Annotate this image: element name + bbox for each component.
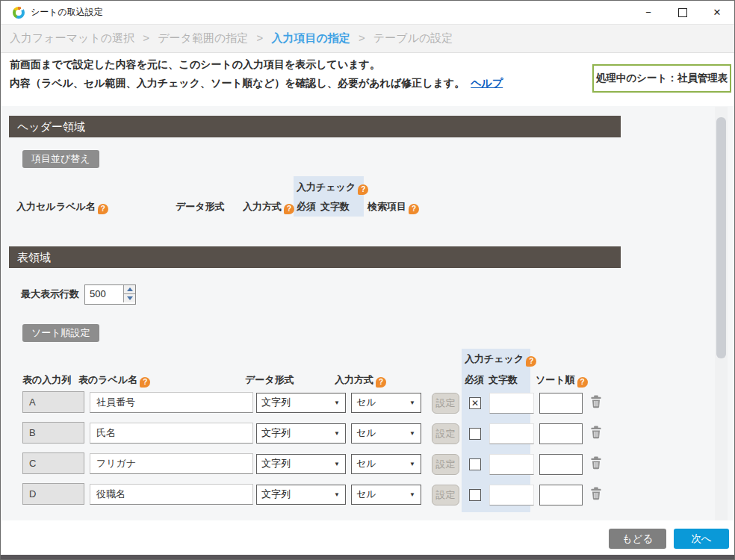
data-format-dropdown[interactable]: 文字列▼ bbox=[256, 393, 346, 413]
breadcrumb-step-format[interactable]: 入力フォーマットの選択 bbox=[10, 31, 134, 44]
help-question-icon[interactable]: ? bbox=[376, 377, 386, 388]
dropdown-value: 文字列 bbox=[261, 424, 291, 442]
header-col-input-method: 入力方式? bbox=[243, 201, 294, 213]
trash-icon[interactable] bbox=[590, 487, 602, 503]
help-link[interactable]: ヘルプ bbox=[471, 77, 503, 89]
scrollbar-thumb[interactable] bbox=[716, 117, 726, 358]
chevron-down-icon: ▼ bbox=[409, 491, 415, 498]
data-format-dropdown[interactable]: 文字列▼ bbox=[256, 423, 346, 444]
header-col-label-name: ラベル名? bbox=[56, 201, 108, 213]
char-count-input[interactable] bbox=[489, 393, 534, 414]
input-method-dropdown[interactable]: セル▼ bbox=[351, 393, 421, 413]
settings-button-disabled: 設定 bbox=[432, 485, 459, 505]
data-format-dropdown[interactable]: 文字列▼ bbox=[256, 485, 346, 505]
stepper-buttons bbox=[123, 285, 135, 302]
sheet-import-settings-window: シートの取込設定 − ✕ 入力フォーマットの選択 > データ範囲の指定 > 入力… bbox=[0, 0, 735, 560]
help-question-icon[interactable]: ? bbox=[98, 204, 108, 214]
minimize-icon: − bbox=[645, 7, 651, 18]
header-col-input-method-text: 入力方式 bbox=[243, 201, 282, 212]
breadcrumb-separator: > bbox=[359, 31, 365, 44]
settings-button-disabled: 設定 bbox=[432, 423, 459, 444]
table-col-label-name-text: 表のラベル名 bbox=[78, 374, 137, 385]
dropdown-value: セル bbox=[356, 393, 376, 411]
table-col-required: 必須 bbox=[465, 374, 484, 386]
chevron-down-icon: ▼ bbox=[409, 399, 415, 406]
column-letter-cell: A bbox=[22, 391, 84, 413]
required-checkbox[interactable] bbox=[469, 428, 481, 440]
stepper-down-icon[interactable] bbox=[124, 294, 135, 302]
trash-icon[interactable] bbox=[590, 395, 602, 411]
input-method-dropdown[interactable]: セル▼ bbox=[351, 485, 421, 505]
back-button[interactable]: もどる bbox=[609, 529, 666, 549]
input-method-dropdown[interactable]: セル▼ bbox=[351, 454, 421, 474]
help-question-icon[interactable]: ? bbox=[358, 184, 368, 195]
max-rows-stepper[interactable]: 500 bbox=[84, 284, 136, 305]
table-col-input-method: 入力方式? bbox=[335, 374, 386, 386]
current-sheet-badge: 処理中のシート：社員管理表 bbox=[592, 64, 731, 93]
next-button[interactable]: 次へ bbox=[674, 529, 729, 549]
header-col-input-check-text: 入力チェック bbox=[297, 181, 356, 193]
header-col-label-name-text: ラベル名 bbox=[56, 201, 96, 212]
header-area-section-title: ヘッダー領域 bbox=[9, 116, 621, 137]
data-format-dropdown[interactable]: 文字列▼ bbox=[256, 454, 346, 474]
breadcrumb-separator: > bbox=[143, 31, 149, 44]
header-col-required: 必須 bbox=[297, 201, 316, 213]
reorder-items-button[interactable]: 項目並び替え bbox=[22, 150, 99, 168]
settings-button-disabled: 設定 bbox=[432, 393, 459, 414]
char-count-input[interactable] bbox=[489, 485, 534, 505]
input-method-dropdown[interactable]: セル▼ bbox=[351, 423, 421, 444]
required-checkbox[interactable] bbox=[469, 458, 481, 470]
chevron-down-icon: ▼ bbox=[409, 461, 415, 467]
window-controls: − ✕ bbox=[631, 1, 734, 24]
breadcrumb-step-items-current[interactable]: 入力項目の指定 bbox=[271, 31, 350, 44]
sort-order-input[interactable] bbox=[539, 485, 583, 505]
minimize-button[interactable]: − bbox=[631, 1, 666, 24]
column-letter-cell: C bbox=[22, 452, 84, 474]
header-col-input-check: 入力チェック? bbox=[297, 181, 368, 193]
stepper-up-icon[interactable] bbox=[124, 285, 135, 294]
vertical-scrollbar[interactable] bbox=[715, 107, 728, 520]
help-question-icon[interactable]: ? bbox=[140, 377, 150, 388]
table-col-data-format: データ形式 bbox=[245, 374, 294, 386]
required-checkbox[interactable] bbox=[469, 489, 481, 501]
trash-icon[interactable] bbox=[590, 426, 602, 442]
table-col-input-check: 入力チェック? bbox=[465, 353, 536, 365]
close-button[interactable]: ✕ bbox=[700, 1, 734, 24]
window-bottom-edge bbox=[0, 555, 735, 560]
row-label-input[interactable] bbox=[90, 453, 253, 474]
sort-order-input[interactable] bbox=[539, 454, 583, 475]
char-count-input[interactable] bbox=[489, 454, 534, 475]
column-letter-cell: D bbox=[22, 483, 84, 505]
chevron-down-icon: ▼ bbox=[334, 491, 340, 498]
table-col-input-method-text: 入力方式 bbox=[335, 374, 373, 385]
char-count-input[interactable] bbox=[489, 423, 534, 444]
row-label-input[interactable] bbox=[90, 484, 253, 505]
dropdown-value: 文字列 bbox=[261, 393, 291, 411]
help-question-icon[interactable]: ? bbox=[526, 356, 536, 367]
trash-icon[interactable] bbox=[590, 456, 602, 473]
description-line-2-text: 内容（ラベル、セル範囲、入力チェック、ソート順など）を確認し、必要があれば修正し… bbox=[10, 77, 465, 89]
dropdown-value: セル bbox=[356, 424, 376, 442]
breadcrumb-step-range[interactable]: データ範囲の指定 bbox=[158, 31, 248, 44]
max-rows-label: 最大表示行数 bbox=[21, 288, 79, 300]
maximize-icon bbox=[678, 8, 687, 17]
header-col-search-item: 検索項目? bbox=[368, 201, 419, 213]
max-rows-value: 500 bbox=[90, 285, 106, 302]
help-question-icon[interactable]: ? bbox=[284, 204, 294, 214]
description-line-2: 内容（ラベル、セル範囲、入力チェック、ソート順など）を確認し、必要があれば修正し… bbox=[10, 77, 503, 90]
maximize-button[interactable] bbox=[666, 1, 700, 24]
breadcrumb: 入力フォーマットの選択 > データ範囲の指定 > 入力項目の指定 > テーブルの… bbox=[1, 24, 735, 53]
row-label-input[interactable] bbox=[90, 392, 253, 413]
row-label-input[interactable] bbox=[90, 423, 253, 444]
help-question-icon[interactable]: ? bbox=[409, 204, 419, 214]
window-title: シートの取込設定 bbox=[31, 1, 103, 24]
sort-order-input[interactable] bbox=[539, 423, 583, 444]
required-checkbox[interactable] bbox=[469, 397, 481, 409]
footer-bar: もどる 次へ bbox=[1, 520, 734, 555]
help-question-icon[interactable]: ? bbox=[577, 377, 588, 388]
breadcrumb-step-table[interactable]: テーブルの設定 bbox=[373, 31, 453, 44]
app-icon bbox=[13, 7, 25, 19]
sort-order-settings-button[interactable]: ソート順設定 bbox=[22, 324, 99, 342]
sort-order-input[interactable] bbox=[539, 393, 583, 414]
dropdown-value: 文字列 bbox=[261, 485, 291, 503]
